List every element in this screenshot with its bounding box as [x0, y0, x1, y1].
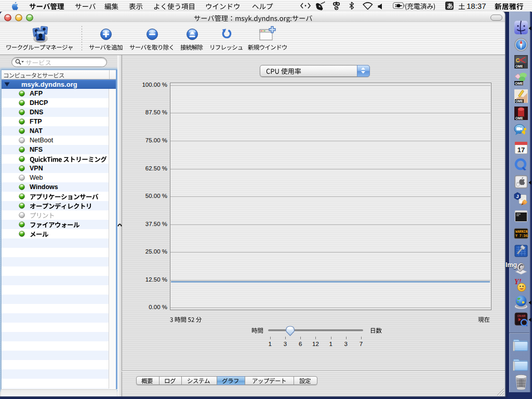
- svg-text:OME: OME: [515, 64, 523, 68]
- svg-text:OME: OME: [515, 99, 523, 103]
- svg-text:WARNIN: WARNIN: [515, 230, 528, 234]
- svg-text:J: J: [516, 194, 518, 199]
- svg-text:17: 17: [517, 146, 525, 154]
- svg-text:OME: OME: [515, 82, 523, 85]
- svg-text:Y 7:36A: Y 7:36A: [515, 234, 528, 238]
- svg-text:ON AIR: ON AIR: [517, 315, 526, 317]
- svg-text:OME: OME: [515, 116, 523, 120]
